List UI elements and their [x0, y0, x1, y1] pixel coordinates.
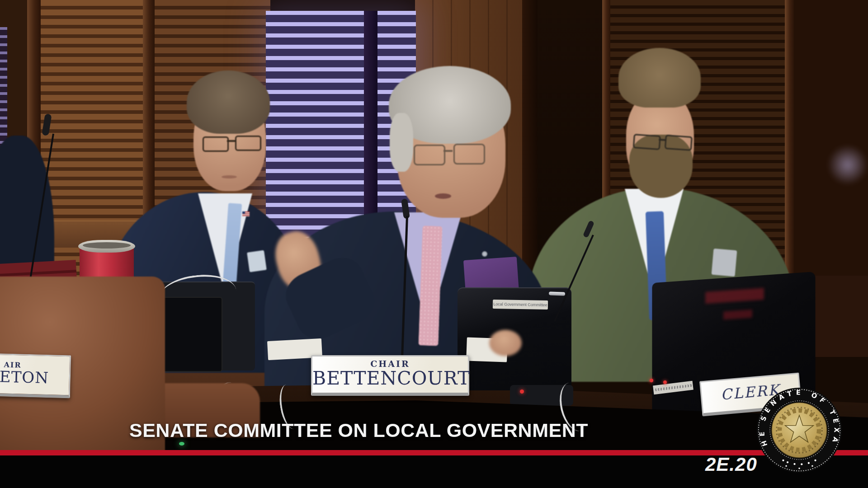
laptop-red-led-2	[663, 380, 667, 384]
flag-pin-union	[242, 211, 245, 214]
pocket-square-right	[712, 249, 737, 277]
green-tally-light	[179, 442, 184, 446]
hair-center-side	[390, 113, 413, 172]
wall-panel-far-right	[785, 0, 868, 294]
glasses-center-lens2	[453, 144, 485, 164]
glasses-left-lens1	[203, 136, 229, 152]
wall-post-3	[522, 0, 538, 289]
nameplate-chair-name: BETTENCOURT	[312, 369, 468, 388]
tablet-label: Local Government Committee	[493, 300, 548, 310]
broadcast-timestamp: 2E.20	[705, 454, 757, 475]
mouth-center-open	[435, 193, 451, 199]
tumbler-steel-rim	[78, 240, 135, 253]
wall-post-5	[785, 0, 794, 289]
senate-of-texas-seal: THE SENATE OF TEXAS	[755, 386, 843, 474]
flag-lapel-pin	[242, 211, 250, 216]
laptop-sticker-red-1	[705, 288, 764, 304]
hair-right	[618, 48, 701, 108]
glasses-center-bridge	[443, 150, 453, 152]
tablet-label-text: Local Government Committee	[493, 300, 548, 310]
nameplate-left-line2: ETON	[0, 367, 49, 387]
tie-center	[418, 225, 442, 346]
tablet-power-button	[549, 291, 565, 296]
tumbler-lid-inner	[83, 242, 131, 249]
committee-caption: SENATE COMMITTEE ON LOCAL GOVERNMENT	[129, 419, 588, 441]
hair-left	[187, 70, 270, 134]
nameplate-chair-bettencourt: CHAIR BETTENCOURT	[311, 355, 469, 396]
lapel-pin-center	[482, 251, 487, 257]
glasses-right-lens1	[633, 134, 661, 150]
pocket-square-left	[247, 250, 267, 272]
glasses-left-lens2	[235, 136, 261, 151]
mouth-left	[222, 175, 237, 178]
laptop-sticker-red-2	[723, 310, 752, 320]
glasses-center-lens1	[414, 145, 445, 165]
mic-base-red-led	[520, 389, 524, 394]
glasses-left-bridge	[227, 140, 235, 142]
video-frame: Local Government Committee AIR ETON CHAI…	[0, 0, 868, 488]
nameplate-partial-left: AIR ETON	[0, 352, 71, 399]
laptop-red-led-1	[650, 379, 653, 382]
window-glow	[827, 145, 868, 185]
glasses-right-lens2	[665, 135, 693, 151]
hand-on-desk	[489, 330, 522, 356]
